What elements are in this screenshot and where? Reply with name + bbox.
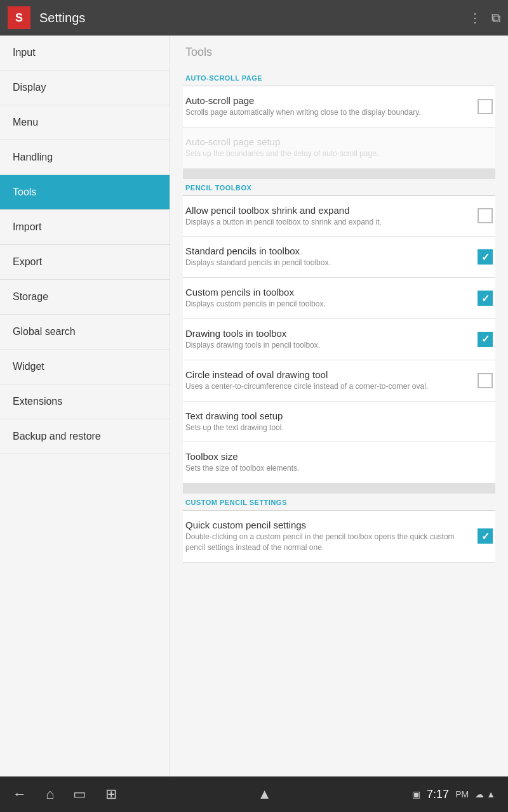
window-icon[interactable]: ⧉ (491, 11, 500, 25)
setting-title-auto-scroll-page: Auto-scroll page (185, 95, 470, 106)
setting-title-quick-custom-pencil: Quick custom pencil settings (185, 520, 470, 530)
setting-desc-toolbox-size: Sets the size of toolbox elements. (185, 463, 485, 474)
wifi-icon: ☁ (475, 789, 484, 799)
sidebar-item-global-search[interactable]: Global search (0, 315, 170, 350)
setting-title-drawing-tools: Drawing tools in toolbox (185, 328, 470, 339)
setting-title-pencil-shrink-expand: Allow pencil toolbox shrink and expand (185, 205, 470, 216)
sidebar-item-handling[interactable]: Handling (0, 140, 170, 175)
app-icon-letter: S (15, 11, 23, 25)
section-gap-custom-pencil-settings (183, 483, 495, 494)
bottom-right: ▣ 7:17 PM ☁ ▲ (412, 788, 495, 801)
setting-desc-text-drawing-setup: Sets up the text drawing tool. (185, 422, 485, 433)
sidebar-item-storage[interactable]: Storage (0, 280, 170, 315)
settings-panel: Tools AUTO-SCROLL PAGEAuto-scroll pageSc… (170, 36, 508, 776)
setting-row-auto-scroll-page[interactable]: Auto-scroll pageScrolls page automatical… (183, 86, 495, 128)
setting-desc-standard-pencils: Displays standard pencils in pencil tool… (185, 258, 470, 268)
ampm-label: PM (455, 789, 469, 799)
setting-row-standard-pencils[interactable]: Standard pencils in toolboxDisplays stan… (183, 237, 495, 278)
sidebar-item-tools[interactable]: Tools (0, 175, 170, 210)
setting-text-quick-custom-pencil: Quick custom pencil settingsDouble-click… (185, 520, 478, 553)
sidebar-item-backup-restore[interactable]: Backup and restore (0, 419, 170, 454)
checkbox-quick-custom-pencil[interactable] (478, 528, 493, 544)
section-gap-pencil-toolbox (183, 169, 495, 179)
checkbox-standard-pencils[interactable] (478, 249, 493, 265)
sidebar-item-extensions[interactable]: Extensions (0, 384, 170, 419)
status-icons: ▣ (412, 789, 420, 799)
setting-text-circle-oval: Circle instead of oval drawing toolUses … (185, 369, 478, 392)
checkbox-drawing-tools[interactable] (478, 332, 493, 347)
bottom-bar: ← ⌂ ▭ ⊞ ▲ ▣ 7:17 PM ☁ ▲ (0, 776, 508, 812)
top-bar-actions: ⋮ ⧉ (469, 10, 500, 25)
setting-text-toolbox-size: Toolbox sizeSets the size of toolbox ele… (185, 451, 493, 474)
setting-text-auto-scroll-setup: Auto-scroll page setupSets up the bounda… (185, 136, 493, 159)
top-bar: S Settings ⋮ ⧉ (0, 0, 508, 36)
setting-title-circle-oval: Circle instead of oval drawing tool (185, 369, 470, 380)
setting-desc-pencil-shrink-expand: Displays a button in pencil toolbox to s… (185, 217, 470, 228)
setting-desc-auto-scroll-setup: Sets up the boundaries and the delay of … (185, 148, 485, 159)
section-header-auto-scroll: AUTO-SCROLL PAGE (183, 69, 495, 86)
section-header-pencil-toolbox: PENCIL TOOLBOX (183, 179, 495, 196)
setting-text-text-drawing-setup: Text drawing tool setupSets up the text … (185, 410, 493, 433)
setting-row-toolbox-size: Toolbox sizeSets the size of toolbox ele… (183, 442, 495, 483)
setting-title-standard-pencils: Standard pencils in toolbox (185, 246, 470, 256)
setting-desc-drawing-tools: Displays drawing tools in pencil toolbox… (185, 340, 470, 351)
section-header-custom-pencil-settings: CUSTOM PENCIL SETTINGS (183, 494, 495, 511)
checkbox-pencil-shrink-expand[interactable] (478, 208, 493, 223)
setting-row-custom-pencils[interactable]: Custom pencils in toolboxDisplays custom… (183, 278, 495, 319)
setting-desc-custom-pencils: Displays custom pencils in pencil toolbo… (185, 299, 470, 310)
setting-text-standard-pencils: Standard pencils in toolboxDisplays stan… (185, 246, 478, 268)
signal-icon: ▲ (486, 789, 495, 799)
connectivity-icons: ☁ ▲ (475, 789, 495, 799)
setting-text-drawing-tools: Drawing tools in toolboxDisplays drawing… (185, 328, 478, 351)
panel-title: Tools (183, 46, 495, 59)
setting-text-pencil-shrink-expand: Allow pencil toolbox shrink and expandDi… (185, 205, 478, 228)
setting-row-circle-oval[interactable]: Circle instead of oval drawing toolUses … (183, 360, 495, 402)
checkbox-custom-pencils[interactable] (478, 291, 493, 306)
sidebar-item-import[interactable]: Import (0, 210, 170, 245)
setting-row-quick-custom-pencil[interactable]: Quick custom pencil settingsDouble-click… (183, 511, 495, 563)
sidebar-item-export[interactable]: Export (0, 245, 170, 280)
app-title: Settings (39, 11, 469, 25)
overflow-icon[interactable]: ⋮ (469, 10, 481, 25)
app-icon: S (8, 6, 30, 29)
setting-desc-auto-scroll-page: Scrolls page automatically when writing … (185, 107, 470, 118)
checkbox-auto-scroll-page[interactable] (478, 99, 493, 114)
setting-row-drawing-tools[interactable]: Drawing tools in toolboxDisplays drawing… (183, 319, 495, 360)
qr-icon[interactable]: ⊞ (105, 786, 117, 802)
setting-title-toolbox-size: Toolbox size (185, 451, 485, 462)
setting-text-auto-scroll-page: Auto-scroll pageScrolls page automatical… (185, 95, 478, 118)
setting-row-text-drawing-setup: Text drawing tool setupSets up the text … (183, 402, 495, 443)
photo-icon: ▣ (412, 789, 420, 799)
setting-row-pencil-shrink-expand[interactable]: Allow pencil toolbox shrink and expandDi… (183, 196, 495, 237)
setting-title-custom-pencils: Custom pencils in toolbox (185, 287, 470, 298)
home-icon[interactable]: ⌂ (46, 786, 54, 802)
setting-title-text-drawing-setup: Text drawing tool setup (185, 410, 485, 421)
sidebar-item-display[interactable]: Display (0, 70, 170, 105)
menu-icon[interactable]: ▲ (258, 786, 272, 802)
sidebar-item-widget[interactable]: Widget (0, 350, 170, 384)
recents-icon[interactable]: ▭ (73, 786, 86, 802)
time-display: 7:17 (427, 788, 449, 801)
back-icon[interactable]: ← (13, 786, 27, 802)
sidebar: InputDisplayMenuHandlingToolsImportExpor… (0, 36, 170, 776)
sidebar-item-input[interactable]: Input (0, 36, 170, 70)
sidebar-item-menu[interactable]: Menu (0, 105, 170, 140)
setting-row-auto-scroll-setup: Auto-scroll page setupSets up the bounda… (183, 128, 495, 169)
setting-desc-quick-custom-pencil: Double-clicking on a custom pencil in th… (185, 532, 470, 553)
setting-desc-circle-oval: Uses a center-to-circumference circle in… (185, 381, 470, 392)
setting-text-custom-pencils: Custom pencils in toolboxDisplays custom… (185, 287, 478, 310)
setting-title-auto-scroll-setup: Auto-scroll page setup (185, 136, 485, 147)
checkbox-circle-oval[interactable] (478, 373, 493, 388)
main-content: InputDisplayMenuHandlingToolsImportExpor… (0, 36, 508, 776)
bottom-nav: ← ⌂ ▭ ⊞ (13, 786, 117, 802)
